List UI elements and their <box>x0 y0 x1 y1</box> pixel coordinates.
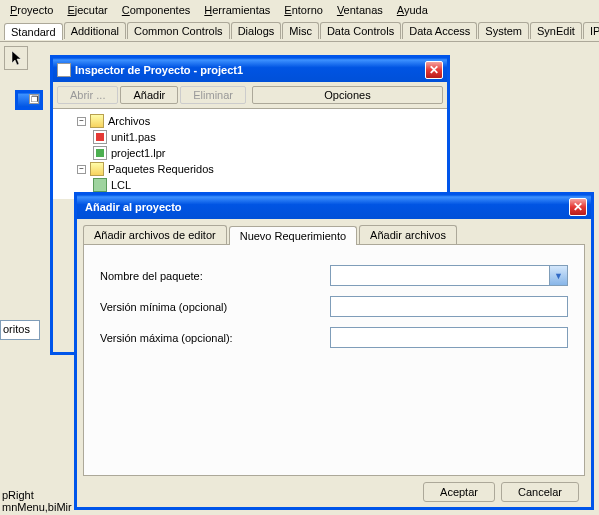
max-version-row: Versión máxima (opcional): <box>100 327 568 348</box>
cancel-button[interactable]: Cancelar <box>501 482 579 502</box>
collapse-icon[interactable]: − <box>77 165 86 174</box>
add-dialog-title: Añadir al proyecto <box>81 201 569 213</box>
tree-label: project1.lpr <box>111 147 165 159</box>
add-to-project-dialog: Añadir al proyecto ✕ Añadir archivos de … <box>74 192 594 510</box>
restore-icon[interactable]: ❐ <box>29 94 39 104</box>
new-requirement-panel: Nombre del paquete: ▼ Versión mínima (op… <box>83 244 585 476</box>
left-fragment: oritos <box>0 320 40 342</box>
lpr-file-icon <box>93 146 107 160</box>
collapse-icon[interactable]: − <box>77 117 86 126</box>
tree-files-node[interactable]: − Archivos <box>61 113 439 129</box>
bottom-text-1: pRight <box>0 489 72 501</box>
bottom-fragment: pRight mnMenu,biMir <box>0 489 72 513</box>
pointer-tool-icon[interactable] <box>4 46 28 70</box>
min-version-input[interactable] <box>330 296 568 317</box>
add-dialog-tabs: Añadir archivos de editor Nuevo Requerim… <box>83 225 585 244</box>
menu-proyecto[interactable]: Proyecto <box>4 2 59 18</box>
tree-label: LCL <box>111 179 131 191</box>
package-name-label: Nombre del paquete: <box>100 270 330 282</box>
add-dialog-body: Añadir archivos de editor Nuevo Requerim… <box>77 219 591 514</box>
tab-system[interactable]: System <box>478 22 529 39</box>
tab-misc[interactable]: Misc <box>282 22 319 39</box>
max-version-input[interactable] <box>330 327 568 348</box>
project-tree[interactable]: − Archivos unit1.pas project1.lpr − Paqu… <box>53 109 447 199</box>
tab-data-controls[interactable]: Data Controls <box>320 22 401 39</box>
menu-ayuda[interactable]: Ayuda <box>391 2 434 18</box>
add-dialog-titlebar[interactable]: Añadir al proyecto ✕ <box>77 195 591 219</box>
tab-synedit[interactable]: SynEdit <box>530 22 582 39</box>
menu-ventanas[interactable]: Ventanas <box>331 2 389 18</box>
add-button[interactable]: Añadir <box>120 86 178 104</box>
minimized-window[interactable]: ❐ <box>15 90 43 110</box>
package-name-row: Nombre del paquete: ▼ <box>100 265 568 286</box>
inspector-titlebar[interactable]: Inspector de Proyecto - project1 ✕ <box>53 58 447 82</box>
tab-common-controls[interactable]: Common Controls <box>127 22 230 39</box>
tree-file-lpr[interactable]: project1.lpr <box>61 145 439 161</box>
tree-label: Paquetes Requeridos <box>108 163 214 175</box>
dialog-button-row: Aceptar Cancelar <box>83 476 585 508</box>
close-icon[interactable]: ✕ <box>569 198 587 216</box>
menu-ejecutar[interactable]: Ejecutar <box>61 2 113 18</box>
min-version-row: Versión mínima (opcional) <box>100 296 568 317</box>
tab-new-requirement[interactable]: Nuevo Requerimiento <box>229 226 357 245</box>
open-button[interactable]: Abrir ... <box>57 86 118 104</box>
tab-standard[interactable]: Standard <box>4 23 63 40</box>
window-icon <box>57 63 71 77</box>
tab-additional[interactable]: Additional <box>64 22 126 39</box>
close-icon[interactable]: ✕ <box>425 61 443 79</box>
tree-file-unit[interactable]: unit1.pas <box>61 129 439 145</box>
options-button[interactable]: Opciones <box>252 86 443 104</box>
pas-file-icon <box>93 130 107 144</box>
menu-herramientas[interactable]: Herramientas <box>198 2 276 18</box>
package-name-input[interactable] <box>330 265 550 286</box>
inspector-title: Inspector de Proyecto - project1 <box>75 64 425 76</box>
folder-icon <box>90 162 104 176</box>
remove-button[interactable]: Eliminar <box>180 86 246 104</box>
tab-data-access[interactable]: Data Access <box>402 22 477 39</box>
folder-icon <box>90 114 104 128</box>
tab-ipro[interactable]: IPro <box>583 22 599 39</box>
menu-entorno[interactable]: Entorno <box>278 2 329 18</box>
package-icon <box>93 178 107 192</box>
max-version-label: Versión máxima (opcional): <box>100 332 330 344</box>
min-version-label: Versión mínima (opcional) <box>100 301 330 313</box>
tree-required-node[interactable]: − Paquetes Requeridos <box>61 161 439 177</box>
accept-button[interactable]: Aceptar <box>423 482 495 502</box>
tree-lcl-item[interactable]: LCL <box>61 177 439 193</box>
package-name-combo[interactable]: ▼ <box>330 265 568 286</box>
chevron-down-icon[interactable]: ▼ <box>550 265 568 286</box>
main-menu: Proyecto Ejecutar Componentes Herramient… <box>0 0 599 20</box>
inspector-toolbar: Abrir ... Añadir Eliminar Opciones <box>53 82 447 109</box>
tab-editor-files[interactable]: Añadir archivos de editor <box>83 225 227 244</box>
component-palette-tabs: Standard Additional Common Controls Dial… <box>0 20 599 42</box>
tree-label: Archivos <box>108 115 150 127</box>
bottom-text-2: mnMenu,biMir <box>0 501 72 513</box>
menu-componentes[interactable]: Componentes <box>116 2 197 18</box>
tab-add-files[interactable]: Añadir archivos <box>359 225 457 244</box>
list-fragment[interactable]: oritos <box>0 320 40 340</box>
tab-dialogs[interactable]: Dialogs <box>231 22 282 39</box>
tree-label: unit1.pas <box>111 131 156 143</box>
